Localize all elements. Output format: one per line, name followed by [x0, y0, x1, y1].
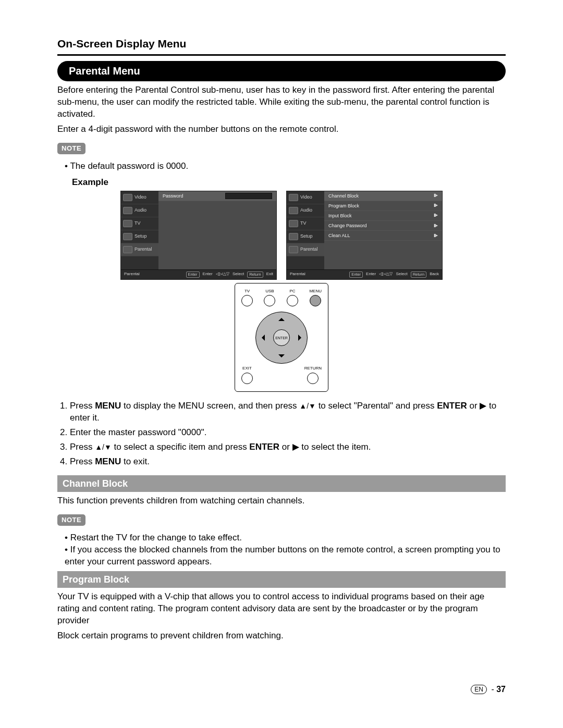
page-title: On-Screen Display Menu	[57, 36, 506, 51]
video-icon	[123, 194, 132, 201]
sidebar-item-label: TV	[134, 220, 141, 226]
remote-btn-return[interactable]: RETURN	[304, 366, 322, 384]
osd-sidebar: Video Audio TV Setup Parental	[121, 191, 158, 269]
page-number: 37	[496, 685, 506, 694]
footer-key-label: Enter	[366, 272, 376, 277]
section-program-block-heading: Program Block	[57, 571, 506, 588]
step-3: Press ▲/▼ to select a specific item and …	[70, 441, 506, 453]
updown-arrows-icon: ▲/▼	[299, 401, 316, 411]
example-screenshots-row: Video Audio TV Setup Parental Password P…	[57, 191, 506, 280]
chevron-right-icon: ▮▸	[434, 213, 438, 218]
osd-main-left: Password	[158, 191, 276, 269]
row-change-password[interactable]: Change Password▮▸	[324, 221, 442, 231]
osd-footer-right: Parental Enter Enter ◁▷/△▽ Select Return…	[287, 269, 442, 279]
sidebar-item-label: Video	[134, 194, 146, 200]
channel-block-bullets: Restart the TV for the change to take ef…	[57, 532, 506, 568]
sidebar-item-label: Parental	[300, 246, 318, 252]
note-badge: NOTE	[57, 143, 85, 154]
gear-icon	[289, 233, 298, 240]
tv-icon	[123, 220, 132, 227]
note-bullets-1: The default password is 0000.	[57, 161, 506, 172]
gear-icon	[123, 233, 132, 240]
program-block-para-2: Block certain programs to prevent childr…	[57, 630, 506, 642]
password-input-box[interactable]	[225, 193, 272, 199]
sidebar-item-setup[interactable]: Setup	[287, 230, 324, 243]
osd-left: Video Audio TV Setup Parental Password P…	[120, 191, 277, 280]
btn-label: USB	[265, 289, 274, 294]
lang-badge: EN	[471, 685, 487, 694]
footer-title: Parental	[124, 272, 140, 277]
footer-key: Return	[411, 272, 427, 278]
footer-sep: -	[491, 685, 494, 694]
program-block-para-1: Your TV is equipped with a V-chip that a…	[57, 591, 506, 627]
sidebar-item-label: Setup	[134, 233, 147, 239]
sidebar-item-tv[interactable]: TV	[121, 217, 158, 230]
step-1: Press MENU to display the MENU screen, a…	[70, 400, 506, 424]
remote-diagram-wrapper: TV USB PC MENU ENTER EXIT RETURN	[57, 283, 506, 392]
lock-icon	[289, 246, 298, 253]
updown-arrows-icon: ▲/▼	[95, 442, 112, 452]
btn-label: EXIT	[242, 366, 252, 372]
sidebar-item-tv[interactable]: TV	[287, 217, 324, 230]
chevron-right-icon: ▮▸	[434, 233, 438, 239]
sidebar-item-label: Setup	[300, 233, 313, 239]
remote-btn-menu[interactable]: MENU	[309, 289, 322, 307]
sidebar-item-label: Parental	[134, 246, 152, 252]
intro-para-2: Enter a 4-digit password with the number…	[57, 124, 506, 135]
remote-btn-tv[interactable]: TV	[241, 289, 253, 307]
sidebar-item-label: TV	[300, 220, 307, 226]
note-badge: NOTE	[57, 514, 85, 526]
dpad-left-icon[interactable]	[259, 335, 265, 341]
row-password[interactable]: Password	[158, 191, 276, 201]
chevron-right-icon: ▮▸	[434, 193, 438, 199]
sidebar-item-setup[interactable]: Setup	[121, 230, 158, 243]
sidebar-item-label: Video	[300, 194, 312, 200]
sidebar-item-parental[interactable]: Parental	[287, 243, 324, 256]
row-label: Channel Block	[328, 193, 359, 199]
remote-btn-exit[interactable]: EXIT	[241, 366, 253, 384]
lock-icon	[123, 246, 132, 253]
btn-label: PC	[289, 289, 295, 294]
dpad-right-icon[interactable]	[298, 335, 304, 341]
row-label: Change Password	[328, 223, 367, 229]
remote-btn-usb[interactable]: USB	[264, 289, 275, 307]
footer-key-label: ◁▷/△▽	[379, 272, 393, 277]
sidebar-item-video[interactable]: Video	[121, 191, 158, 204]
section-channel-block-heading: Channel Block	[57, 475, 506, 492]
step-4: Press MENU to exit.	[70, 456, 506, 468]
sidebar-item-audio[interactable]: Audio	[121, 204, 158, 217]
row-program-block[interactable]: Program Block▮▸	[324, 201, 442, 211]
sidebar-item-audio[interactable]: Audio	[287, 204, 324, 217]
footer-title: Parental	[290, 272, 305, 277]
footer-key-label: Select	[232, 272, 244, 277]
sidebar-item-label: Audio	[134, 207, 146, 213]
row-channel-block[interactable]: Channel Block▮▸	[324, 191, 442, 201]
channel-block-para: This function prevents children from wat…	[57, 495, 506, 507]
row-label: Input Block	[328, 213, 352, 219]
row-label: Program Block	[328, 203, 359, 209]
note-bullet: The default password is 0000.	[65, 161, 506, 172]
sidebar-item-parental[interactable]: Parental	[121, 243, 158, 256]
remote-dpad[interactable]: ENTER	[255, 312, 308, 364]
example-label: Example	[72, 177, 506, 189]
footer-key-label: Select	[396, 272, 407, 277]
remote-btn-pc[interactable]: PC	[287, 289, 298, 307]
footer-key: Enter	[349, 272, 363, 278]
audio-icon	[289, 207, 298, 214]
dpad-down-icon[interactable]	[278, 354, 285, 361]
tv-icon	[289, 220, 298, 227]
chevron-right-icon: ▮▸	[434, 223, 438, 229]
footer-key-label: Exit	[266, 272, 273, 277]
intro-para-1: Before entering the Parental Control sub…	[57, 84, 506, 120]
dpad-up-icon[interactable]	[278, 315, 285, 321]
row-clean-all[interactable]: Clean ALL▮▸	[324, 231, 442, 241]
btn-label: ENTER	[275, 336, 288, 340]
sidebar-item-video[interactable]: Video	[287, 191, 324, 204]
sidebar-item-label: Audio	[300, 207, 312, 213]
footer-key: Return	[247, 272, 263, 278]
note-bullet: Restart the TV for the change to take ef…	[65, 532, 506, 544]
remote-diagram: TV USB PC MENU ENTER EXIT RETURN	[235, 283, 328, 392]
row-input-block[interactable]: Input Block▮▸	[324, 211, 442, 221]
osd-footer-left: Parental Enter Enter ◁▷/△▽ Select Return…	[121, 269, 276, 279]
osd-right: Video Audio TV Setup Parental Channel Bl…	[286, 191, 443, 280]
